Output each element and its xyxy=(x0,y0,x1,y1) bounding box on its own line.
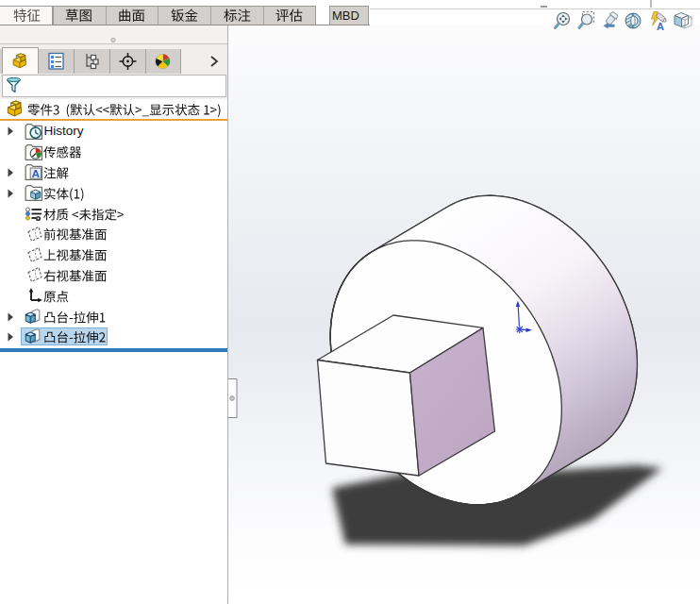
svg-text:A: A xyxy=(657,21,664,32)
svg-text:A: A xyxy=(32,167,41,179)
